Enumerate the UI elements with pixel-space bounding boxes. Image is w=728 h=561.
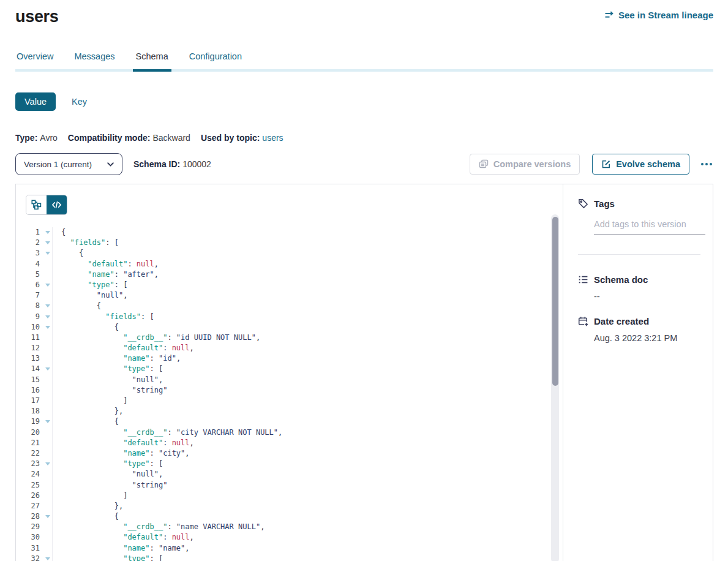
code-line-text: "type": [ (53, 364, 163, 374)
value-toggle-button[interactable]: Value (15, 92, 56, 111)
tab-rail (15, 69, 713, 72)
key-toggle-link[interactable]: Key (72, 97, 87, 107)
code-line: 22 "name": "city", (16, 448, 563, 459)
code-line: 23 "type": [ (16, 459, 563, 469)
topic-link[interactable]: users (262, 133, 283, 143)
schema-doc-section: Schema doc -- (578, 274, 700, 301)
tab-schema[interactable]: Schema (135, 51, 170, 69)
used-by-topic-label: Used by topic: (201, 133, 260, 143)
stream-lineage-icon (604, 10, 614, 20)
tab-configuration[interactable]: Configuration (188, 51, 243, 69)
code-line: 21 "default": null, (16, 438, 563, 448)
version-select[interactable]: Version 1 (current) (15, 153, 122, 175)
tree-view-icon (31, 200, 42, 210)
fold-toggle-icon[interactable] (45, 367, 50, 371)
version-select-value: Version 1 (current) (24, 160, 92, 169)
tags-input[interactable] (594, 219, 705, 235)
code-line-text: "__crdb__": "city VARCHAR NOT NULL", (53, 427, 282, 438)
code-line: 13 "name": "id", (16, 353, 563, 364)
line-number: 31 (16, 543, 53, 554)
fold-toggle-icon[interactable] (45, 241, 50, 244)
page-header: users See in Stream lineage (15, 7, 713, 26)
code-view-icon (51, 200, 62, 210)
schema-page: users See in Stream lineage Overview Mes… (0, 0, 728, 561)
code-line-text: "__crdb__": "id UUID NOT NULL", (53, 333, 260, 343)
line-number: 26 (16, 491, 53, 501)
line-number: 14 (16, 364, 53, 374)
schema-doc-heading: Schema doc (594, 274, 648, 285)
code-line-text: "string" (53, 480, 167, 491)
code-line-text: "fields": [ (53, 238, 119, 248)
stream-lineage-link[interactable]: See in Stream lineage (604, 10, 713, 20)
fold-toggle-icon[interactable] (45, 252, 50, 255)
code-line: 12 "default": null, (16, 343, 563, 353)
code-line-text: { (53, 322, 119, 333)
code-line: 8 { (16, 301, 563, 311)
compare-versions-icon (479, 159, 489, 169)
date-created-section: Date created Aug. 3 2022 3:21 PM (578, 316, 700, 343)
tree-view-button[interactable] (26, 195, 47, 214)
code-line: 5 "name": "after", (16, 269, 563, 280)
line-number: 10 (16, 322, 53, 333)
fold-toggle-icon[interactable] (45, 284, 50, 287)
code-line: 27 }, (16, 501, 563, 511)
fold-toggle-icon[interactable] (45, 462, 50, 465)
fold-toggle-icon[interactable] (45, 515, 50, 518)
code-line-text: ] (53, 396, 127, 406)
tab-messages[interactable]: Messages (73, 51, 116, 69)
compatibility-value: Backward (152, 133, 190, 143)
schema-sidebar: Tags Schema doc -- (563, 184, 713, 561)
code-line: 1{ (16, 227, 563, 238)
editor-scrollbar[interactable] (551, 214, 559, 561)
code-line: 30 "default": null, (16, 532, 563, 543)
code-line: 11 "__crdb__": "id UUID NOT NULL", (16, 333, 563, 343)
tab-bar: Overview Messages Schema Configuration (15, 51, 713, 69)
schema-panel: 1{2 "fields": [3 {4 "default": null,5 "n… (15, 184, 713, 561)
doc-list-icon (578, 274, 588, 285)
line-number: 19 (16, 416, 53, 427)
line-number: 6 (16, 280, 53, 290)
code-editor[interactable]: 1{2 "fields": [3 {4 "default": null,5 "n… (16, 227, 563, 561)
line-number: 2 (16, 238, 53, 248)
code-line: 28 { (16, 511, 563, 522)
line-number: 7 (16, 290, 53, 301)
line-number: 18 (16, 406, 53, 416)
line-number: 5 (16, 269, 53, 280)
calendar-add-icon (578, 316, 588, 326)
code-line-text: ] (53, 491, 127, 501)
type-meta: Type:Avro (15, 133, 58, 143)
tab-overview[interactable]: Overview (15, 51, 54, 69)
date-created-heading: Date created (594, 316, 649, 326)
code-line-text: "name": "name", (53, 543, 190, 554)
code-line-text: "type": [ (53, 459, 163, 469)
fold-toggle-icon[interactable] (45, 326, 50, 329)
evolve-schema-icon (601, 159, 611, 169)
sidebar-divider (578, 254, 700, 255)
compare-versions-button[interactable]: Compare versions (470, 154, 580, 175)
fold-toggle-icon[interactable] (45, 557, 50, 560)
compare-versions-label: Compare versions (493, 159, 571, 169)
tag-icon (578, 198, 588, 209)
code-line: 15 "null", (16, 375, 563, 385)
code-line-text: "name": "city", (53, 448, 190, 459)
fold-toggle-icon[interactable] (45, 315, 50, 318)
code-line: 32 "type": [ (16, 554, 563, 561)
fold-toggle-icon[interactable] (45, 304, 50, 307)
more-options-button[interactable] (700, 159, 713, 169)
code-line-text: "null", (53, 375, 163, 385)
type-label: Type: (15, 133, 37, 143)
scrollbar-thumb[interactable] (552, 217, 558, 386)
line-number: 28 (16, 511, 53, 522)
code-view-button[interactable] (47, 195, 67, 214)
fold-toggle-icon[interactable] (45, 231, 50, 234)
code-line-text: "default": null, (53, 532, 194, 543)
code-line: 18 }, (16, 406, 563, 416)
evolve-schema-button[interactable]: Evolve schema (592, 154, 689, 175)
code-line-text: { (53, 248, 83, 258)
code-line: 16 "string" (16, 385, 563, 396)
code-line-text: "default": null, (53, 438, 194, 448)
compatibility-label: Compatibility mode: (68, 133, 151, 143)
schema-id-label: Schema ID: (133, 159, 180, 169)
fold-toggle-icon[interactable] (45, 420, 50, 423)
code-line: 3 { (16, 248, 563, 258)
